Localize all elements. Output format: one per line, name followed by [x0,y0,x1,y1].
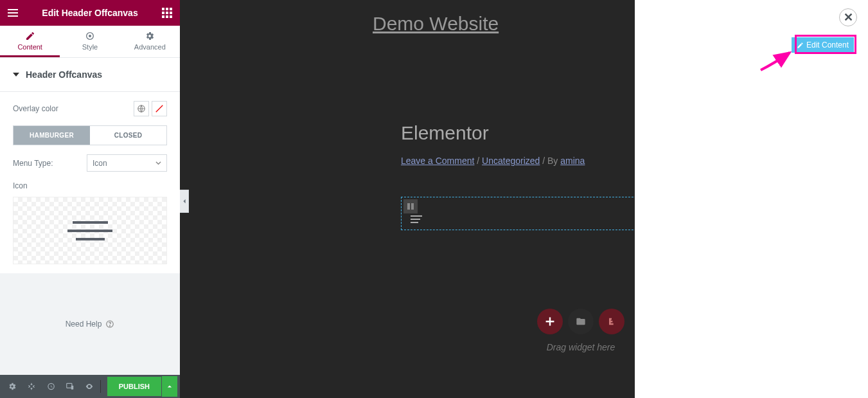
apps-icon[interactable] [161,6,173,19]
svg-point-5 [110,325,111,326]
publish-dropdown[interactable] [162,376,177,397]
history-icon[interactable] [41,375,60,398]
icon-label: Icon [13,181,28,190]
edit-content-label: Edit Content [806,41,849,50]
tab-advanced[interactable]: Advanced [120,26,180,57]
template-button[interactable] [568,309,594,334]
ekit-button[interactable] [599,309,624,334]
style-icon [85,31,95,41]
meta-category[interactable]: Uncategorized [482,156,540,166]
widget-hamburger-icon[interactable] [411,215,422,225]
section-title: Header Offcanvas [26,69,102,80]
column-icon[interactable] [403,199,418,213]
annotation-arrow [757,48,796,73]
menu-icon[interactable] [6,6,19,19]
svg-line-3 [156,105,163,113]
panel-title: Edit Header Offcanvas [42,8,137,18]
tab-style-label: Style [82,43,98,51]
global-color-button[interactable] [134,101,149,116]
meta-author[interactable]: amina [560,156,585,166]
tab-style[interactable]: Style [60,26,120,57]
preview-icon[interactable] [80,375,99,398]
help-icon [105,320,114,329]
svg-point-1 [89,35,91,37]
hamburger-preview-icon [67,221,112,240]
settings-icon[interactable] [3,375,22,398]
svg-rect-15 [411,203,414,210]
overlay-color-label: Overlay color [13,104,58,113]
no-color-icon [155,104,164,113]
meta-comment[interactable]: Leave a Comment [401,156,474,166]
pencil-icon [25,31,35,41]
add-widget-button[interactable] [537,309,563,334]
close-button[interactable]: ✕ [839,8,857,26]
help-label[interactable]: Need Help [66,320,102,329]
svg-rect-7 [71,386,74,390]
publish-button[interactable]: PUBLISH [107,377,161,396]
menu-type-value: Icon [93,159,107,168]
tab-content[interactable]: Content [0,26,60,57]
edit-content-button[interactable]: Edit Content [792,37,854,53]
menu-type-label: Menu Type: [13,159,53,168]
icon-preview[interactable] [13,197,167,264]
tab-content-label: Content [17,43,42,51]
offcanvas-panel: ✕ Edit Content [635,0,868,398]
gear-icon [145,31,155,41]
section-head[interactable]: Header Offcanvas [0,58,180,92]
svg-rect-6 [67,383,72,388]
svg-rect-14 [407,203,410,210]
responsive-icon[interactable] [60,375,80,398]
chevron-down-icon [155,160,161,166]
sidebar-toggle[interactable] [180,190,189,213]
globe-icon [137,104,146,113]
color-picker-button[interactable] [152,101,167,116]
hamburger-closed-switch[interactable]: HAMBURGER CLOSED [13,125,167,145]
switch-hamburger[interactable]: HAMBURGER [13,126,90,145]
pencil-icon [797,42,804,49]
navigator-icon[interactable] [22,375,41,398]
tab-advanced-label: Advanced [134,43,166,51]
menu-type-select[interactable]: Icon [87,154,167,172]
caret-down-icon [13,71,19,78]
switch-closed[interactable]: CLOSED [90,126,166,145]
